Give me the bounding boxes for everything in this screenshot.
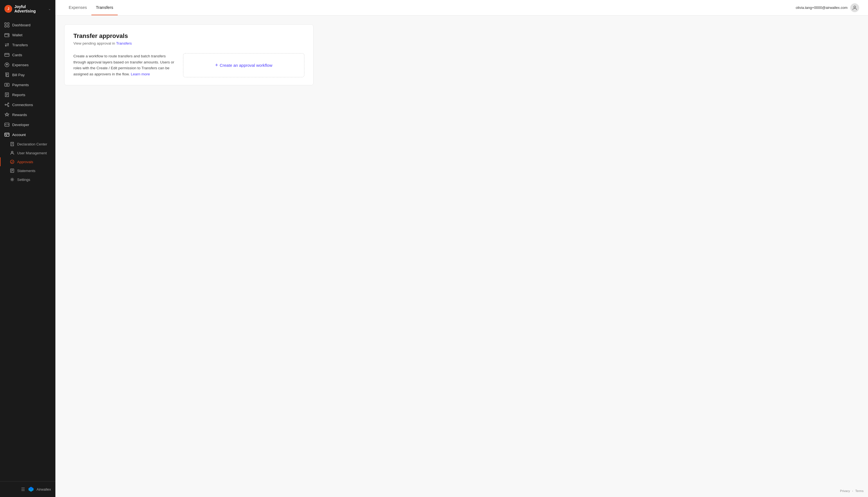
footer-separator: · bbox=[852, 489, 853, 493]
dashboard-icon bbox=[4, 23, 10, 27]
sidebar-item-wallet[interactable]: Wallet bbox=[0, 30, 55, 40]
settings-icon bbox=[10, 177, 14, 182]
svg-point-15 bbox=[11, 151, 13, 153]
sidebar-nav: Dashboard Wallet Transfers Cards bbox=[0, 18, 55, 481]
reports-icon bbox=[4, 92, 10, 97]
airwallex-brand-icon bbox=[28, 486, 34, 493]
create-workflow-label: Create an approval workflow bbox=[220, 63, 272, 68]
sidebar-label-connections: Connections bbox=[12, 103, 33, 107]
transfers-link[interactable]: Transfers bbox=[116, 41, 132, 45]
sidebar-label-transfers: Transfers bbox=[12, 43, 28, 47]
sidebar-label-settings: Settings bbox=[17, 178, 30, 182]
page-content: Transfer approvals View pending approval… bbox=[55, 15, 868, 497]
svg-rect-2 bbox=[5, 26, 6, 27]
sidebar-item-transfers[interactable]: Transfers bbox=[0, 40, 55, 50]
approvals-subtitle: View pending approval in Transfers bbox=[73, 41, 304, 45]
sidebar-label-developer: Developer bbox=[12, 123, 29, 127]
tab-bar: Expenses Transfers bbox=[64, 0, 118, 15]
sidebar-label-account: Account bbox=[12, 133, 26, 137]
svg-point-9 bbox=[6, 84, 8, 86]
cards-icon bbox=[4, 52, 10, 57]
company-logo-icon: J bbox=[4, 5, 12, 13]
svg-rect-3 bbox=[8, 26, 9, 27]
chevron-down-icon: ⌄ bbox=[48, 7, 51, 11]
svg-rect-6 bbox=[5, 54, 9, 57]
top-navigation: Expenses Transfers olivia.tang+0000@airw… bbox=[55, 0, 868, 15]
svg-rect-8 bbox=[5, 83, 9, 86]
sidebar-item-statements[interactable]: Statements bbox=[0, 166, 55, 175]
sidebar-item-approvals[interactable]: Approvals bbox=[0, 157, 55, 166]
company-header[interactable]: J Joyful Advertising ⌄ bbox=[0, 0, 55, 18]
approvals-body: Create a workflow to route transfers and… bbox=[73, 53, 304, 77]
sidebar-item-user-management[interactable]: User Management bbox=[0, 148, 55, 157]
sidebar-item-cards[interactable]: Cards bbox=[0, 50, 55, 60]
sidebar-label-payments: Payments bbox=[12, 83, 29, 87]
airwallex-logo: Airwallex bbox=[28, 486, 51, 493]
sidebar-item-settings[interactable]: Settings bbox=[0, 175, 55, 184]
sidebar-item-bill-pay[interactable]: Bill Pay bbox=[0, 70, 55, 80]
user-avatar bbox=[850, 3, 859, 12]
privacy-link[interactable]: Privacy bbox=[840, 489, 850, 493]
plus-icon: + bbox=[215, 62, 218, 68]
document-icon bbox=[10, 142, 14, 146]
developer-icon bbox=[4, 122, 10, 127]
user-menu[interactable]: olivia.tang+0000@airwallex.com bbox=[796, 3, 859, 12]
subtitle-text: View pending approval in bbox=[73, 41, 115, 45]
approvals-title: Transfer approvals bbox=[73, 32, 304, 40]
sidebar-label-statements: Statements bbox=[17, 169, 35, 173]
sidebar-item-connections[interactable]: Connections bbox=[0, 100, 55, 110]
wallet-icon bbox=[4, 32, 10, 38]
approvals-description: Create a workflow to route transfers and… bbox=[73, 53, 176, 77]
svg-point-19 bbox=[854, 6, 856, 8]
bill-pay-icon bbox=[4, 72, 10, 77]
sidebar: J Joyful Advertising ⌄ Dashboard Wallet … bbox=[0, 0, 55, 497]
svg-point-18 bbox=[12, 179, 13, 180]
tab-transfers[interactable]: Transfers bbox=[91, 0, 118, 15]
account-icon bbox=[4, 132, 10, 137]
statements-icon bbox=[10, 168, 14, 173]
create-workflow-box[interactable]: + Create an approval workflow bbox=[183, 53, 304, 77]
svg-point-10 bbox=[5, 104, 6, 105]
sidebar-label-user-management: User Management bbox=[17, 151, 47, 155]
learn-more-link[interactable]: Learn more bbox=[131, 72, 150, 76]
sidebar-item-expenses[interactable]: Expenses bbox=[0, 60, 55, 70]
svg-point-11 bbox=[8, 103, 9, 104]
sidebar-item-rewards[interactable]: Rewards bbox=[0, 110, 55, 120]
avatar-icon bbox=[852, 5, 857, 11]
svg-point-16 bbox=[11, 160, 14, 164]
description-text: Create a workflow to route transfers and… bbox=[73, 54, 174, 76]
svg-rect-14 bbox=[5, 133, 9, 136]
sidebar-label-approvals: Approvals bbox=[17, 160, 33, 164]
main-content: Expenses Transfers olivia.tang+0000@airw… bbox=[55, 0, 868, 497]
sidebar-item-payments[interactable]: Payments bbox=[0, 80, 55, 90]
sidebar-label-rewards: Rewards bbox=[12, 113, 27, 117]
user-icon bbox=[10, 151, 14, 155]
svg-rect-0 bbox=[5, 23, 6, 24]
sidebar-item-declaration-center[interactable]: Declaration Center bbox=[0, 140, 55, 148]
terms-link[interactable]: Terms bbox=[855, 489, 864, 493]
create-workflow-button[interactable]: + Create an approval workflow bbox=[215, 62, 273, 68]
svg-rect-5 bbox=[8, 35, 9, 36]
payments-icon bbox=[4, 82, 10, 87]
approvals-card: Transfer approvals View pending approval… bbox=[64, 24, 314, 85]
sidebar-item-reports[interactable]: Reports bbox=[0, 90, 55, 100]
sidebar-item-account[interactable]: Account bbox=[0, 130, 55, 140]
user-email: olivia.tang+0000@airwallex.com bbox=[796, 5, 848, 10]
sidebar-label-reports: Reports bbox=[12, 93, 25, 97]
sidebar-label-wallet: Wallet bbox=[12, 33, 23, 37]
sidebar-item-dashboard[interactable]: Dashboard bbox=[0, 20, 55, 30]
check-circle-icon bbox=[10, 159, 14, 164]
sidebar-label-expenses: Expenses bbox=[12, 63, 29, 67]
tab-expenses[interactable]: Expenses bbox=[64, 0, 91, 15]
sidebar-label-cards: Cards bbox=[12, 53, 22, 57]
sidebar-label-bill-pay: Bill Pay bbox=[12, 73, 25, 77]
connections-icon bbox=[4, 102, 10, 107]
footer-links: Privacy · Terms bbox=[840, 489, 864, 493]
sidebar-label-dashboard: Dashboard bbox=[12, 23, 30, 27]
hamburger-icon[interactable]: ☰ bbox=[21, 487, 25, 492]
company-name: Joyful Advertising bbox=[14, 4, 46, 13]
sidebar-item-developer[interactable]: Developer bbox=[0, 120, 55, 130]
rewards-icon bbox=[4, 112, 10, 117]
svg-rect-1 bbox=[8, 23, 9, 24]
sidebar-footer: ☰ Airwallex bbox=[0, 481, 55, 497]
